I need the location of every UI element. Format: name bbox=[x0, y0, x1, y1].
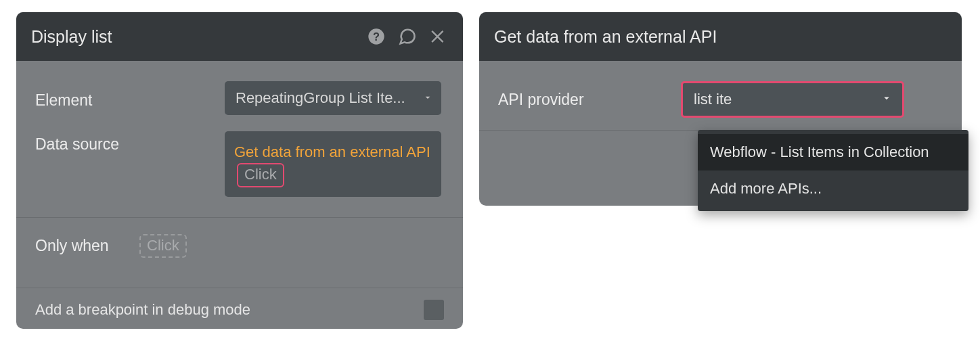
chevron-down-icon bbox=[422, 89, 433, 107]
element-select-value: RepeatingGroup List Ite... bbox=[236, 89, 405, 106]
api-provider-label: API provider bbox=[498, 91, 681, 109]
panel-title: Display list bbox=[31, 27, 357, 47]
dropdown-item-webflow[interactable]: Webflow - List Items in Collection bbox=[698, 134, 968, 170]
display-list-panel: Display list ? Element RepeatingGroup Li… bbox=[16, 12, 463, 329]
chevron-down-icon bbox=[881, 91, 893, 108]
api-provider-input-value: list ite bbox=[694, 91, 732, 108]
breakpoint-row: Add a breakpoint in debug mode bbox=[16, 288, 463, 336]
only-when-click-pill[interactable]: Click bbox=[139, 234, 187, 258]
datasource-row: Data source Get data from an external AP… bbox=[16, 124, 463, 204]
element-label: Element bbox=[35, 87, 225, 110]
datasource-click-pill[interactable]: Click bbox=[237, 163, 284, 187]
datasource-expression-text: Get data from an external API bbox=[234, 143, 430, 160]
close-icon[interactable] bbox=[429, 27, 448, 46]
svg-text:?: ? bbox=[373, 30, 380, 43]
header-icons: ? bbox=[367, 27, 448, 46]
panel-body: Element RepeatingGroup List Ite... Data … bbox=[16, 61, 463, 336]
datasource-label: Data source bbox=[35, 131, 225, 154]
help-icon[interactable]: ? bbox=[367, 27, 386, 46]
dropdown-item-add-more[interactable]: Add more APIs... bbox=[698, 170, 968, 207]
only-when-label: Only when bbox=[35, 237, 137, 255]
panel-title: Get data from an external API bbox=[494, 27, 947, 47]
only-when-row: Only when Click bbox=[16, 218, 463, 275]
api-provider-dropdown: Webflow - List Items in Collection Add m… bbox=[698, 130, 968, 211]
panel-header: Display list ? bbox=[16, 12, 463, 61]
datasource-expression[interactable]: Get data from an external APIClick bbox=[225, 131, 441, 197]
panel-header: Get data from an external API bbox=[479, 12, 962, 61]
api-provider-combobox[interactable]: list ite bbox=[681, 81, 904, 118]
comment-icon[interactable] bbox=[398, 27, 417, 46]
api-provider-row: API provider list ite bbox=[479, 61, 962, 130]
breakpoint-checkbox[interactable] bbox=[424, 300, 444, 320]
breakpoint-label: Add a breakpoint in debug mode bbox=[35, 301, 250, 319]
element-select[interactable]: RepeatingGroup List Ite... bbox=[225, 81, 441, 115]
element-row: Element RepeatingGroup List Ite... bbox=[16, 61, 463, 124]
